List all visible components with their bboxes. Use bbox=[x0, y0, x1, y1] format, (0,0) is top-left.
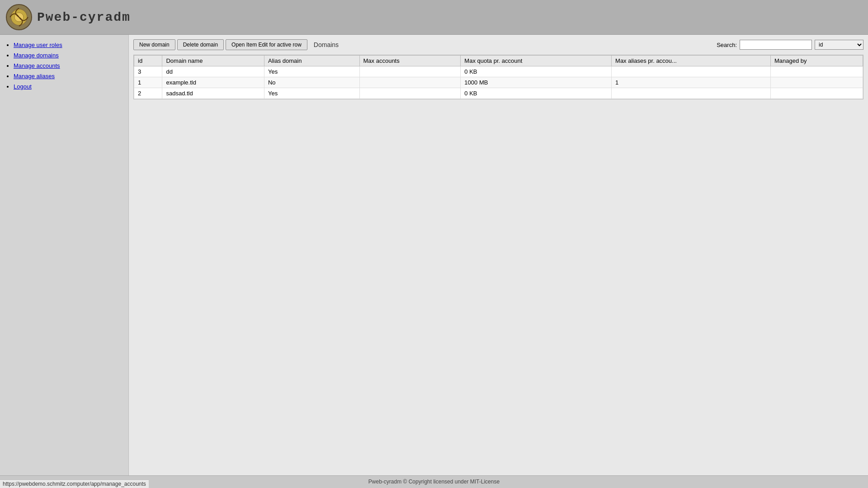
table-cell bbox=[771, 88, 863, 99]
new-domain-button[interactable]: New domain bbox=[133, 39, 175, 50]
table-row[interactable]: 1example.tldNo1000 MB1 bbox=[134, 77, 863, 88]
table-row[interactable]: 2sadsad.tldYes0 KB bbox=[134, 88, 863, 99]
sidebar-item-manage-aliases: Manage aliases bbox=[14, 73, 124, 80]
table-cell bbox=[359, 88, 461, 99]
table-cell: 1000 MB bbox=[461, 77, 612, 88]
domains-table-container: id Domain name Alias domain Max accounts… bbox=[133, 55, 863, 99]
sidebar: Manage user roles Manage domains Manage … bbox=[0, 35, 129, 475]
manage-aliases-link[interactable]: Manage aliases bbox=[14, 73, 55, 80]
table-cell: 0 KB bbox=[461, 66, 612, 77]
logo-icon bbox=[5, 4, 33, 31]
page-title: Domains bbox=[314, 41, 339, 48]
footer-text: Pweb-cyradm © Copyright licensed under M… bbox=[368, 479, 500, 485]
sidebar-item-manage-domains: Manage domains bbox=[14, 52, 124, 59]
col-header-max-accounts: Max accounts bbox=[359, 56, 461, 66]
table-cell: 2 bbox=[134, 88, 162, 99]
table-cell: No bbox=[264, 77, 359, 88]
table-cell: dd bbox=[162, 66, 264, 77]
domains-table: id Domain name Alias domain Max accounts… bbox=[134, 55, 863, 99]
main-content: New domain Delete domain Open Item Edit … bbox=[129, 35, 868, 475]
search-label: Search: bbox=[717, 42, 737, 48]
table-cell bbox=[359, 66, 461, 77]
status-url: https://pwebdemo.schmitz.computer/app/ma… bbox=[3, 481, 146, 487]
table-cell: Yes bbox=[264, 88, 359, 99]
logo-area: Pweb-cyradm bbox=[5, 4, 131, 31]
sidebar-item-logout: Logout bbox=[14, 83, 124, 90]
table-cell bbox=[771, 77, 863, 88]
col-header-id: id bbox=[134, 56, 162, 66]
col-header-max-quota: Max quota pr. account bbox=[461, 56, 612, 66]
sidebar-item-manage-accounts: Manage accounts bbox=[14, 62, 124, 69]
table-header: id Domain name Alias domain Max accounts… bbox=[134, 56, 863, 66]
table-body: 3ddYes0 KB1example.tldNo1000 MB12sadsad.… bbox=[134, 66, 863, 99]
table-cell: example.tld bbox=[162, 77, 264, 88]
col-header-alias-domain: Alias domain bbox=[264, 56, 359, 66]
manage-user-roles-link[interactable]: Manage user roles bbox=[14, 42, 62, 48]
search-column-select[interactable]: id domain_name alias_domain max_accounts… bbox=[815, 40, 863, 50]
status-bar: https://pwebdemo.schmitz.computer/app/ma… bbox=[0, 479, 149, 488]
manage-accounts-link[interactable]: Manage accounts bbox=[14, 62, 60, 69]
table-row[interactable]: 3ddYes0 KB bbox=[134, 66, 863, 77]
col-header-managed-by: Managed by bbox=[771, 56, 863, 66]
search-area: Search: id domain_name alias_domain max_… bbox=[717, 40, 863, 50]
col-header-max-aliases: Max aliases pr. accou... bbox=[612, 56, 771, 66]
table-cell bbox=[359, 77, 461, 88]
logout-link[interactable]: Logout bbox=[14, 83, 32, 90]
table-cell bbox=[612, 66, 771, 77]
manage-domains-link[interactable]: Manage domains bbox=[14, 52, 59, 59]
sidebar-item-manage-user-roles: Manage user roles bbox=[14, 42, 124, 48]
header: Pweb-cyradm bbox=[0, 0, 868, 35]
table-cell: sadsad.tld bbox=[162, 88, 264, 99]
col-header-domain-name: Domain name bbox=[162, 56, 264, 66]
table-cell: Yes bbox=[264, 66, 359, 77]
table-cell: 1 bbox=[134, 77, 162, 88]
toolbar: New domain Delete domain Open Item Edit … bbox=[133, 39, 863, 50]
table-cell: 3 bbox=[134, 66, 162, 77]
table-cell: 0 KB bbox=[461, 88, 612, 99]
table-cell: 1 bbox=[612, 77, 771, 88]
sidebar-nav: Manage user roles Manage domains Manage … bbox=[5, 42, 124, 90]
search-input[interactable] bbox=[740, 40, 812, 50]
app-title: Pweb-cyradm bbox=[37, 10, 131, 24]
open-item-edit-button[interactable]: Open Item Edit for active row bbox=[226, 39, 307, 50]
table-header-row: id Domain name Alias domain Max accounts… bbox=[134, 56, 863, 66]
table-cell bbox=[771, 66, 863, 77]
layout: Manage user roles Manage domains Manage … bbox=[0, 35, 868, 475]
delete-domain-button[interactable]: Delete domain bbox=[177, 39, 224, 50]
table-cell bbox=[612, 88, 771, 99]
